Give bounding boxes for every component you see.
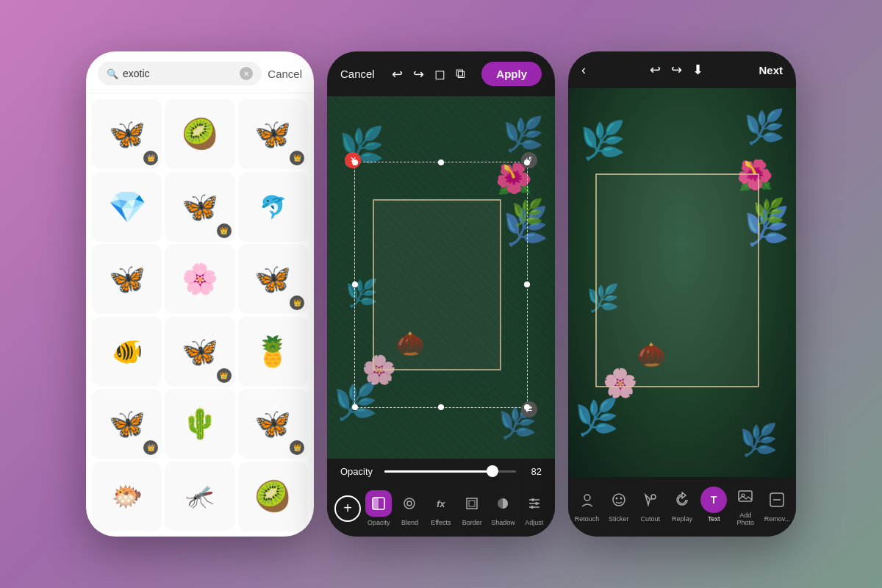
edit-header: Cancel ↩ ↪ ◻ ⧉ Apply [327,51,555,96]
svg-point-11 [535,502,538,505]
premium-badge-5: 👑 [217,368,232,383]
svg-point-14 [613,494,625,506]
sticker-cell-colorful-butterfly[interactable]: 🦋 👑 [165,172,234,242]
edit-cancel-button[interactable]: Cancel [340,68,375,80]
premium-badge-3: 👑 [217,223,232,238]
cancel-button[interactable]: Cancel [268,68,302,80]
final-tool-replay[interactable]: Replay [667,487,696,523]
selection-flip-handle[interactable]: ⇄ [521,401,537,417]
undo-icon[interactable]: ↩ [392,66,403,82]
tool-adjust[interactable]: Adjust [521,490,548,526]
tool-opacity[interactable]: Opacity [365,490,392,526]
redo-icon[interactable]: ↪ [413,66,424,82]
sticker-cell-dolphin[interactable]: 🐬 [238,172,308,242]
sticker-pineapple-img: 🍍 [247,325,300,378]
sticker-cell-flowers[interactable]: 🌸 [165,244,234,314]
sticker-cell-cactus[interactable]: 🌵 [165,389,234,459]
erase-icon[interactable]: ◻ [434,66,445,82]
sticker-cell-black-butterfly[interactable]: 🦋 👑 [165,317,234,387]
svg-point-3 [407,501,412,506]
final-tool-sticker[interactable]: Sticker [604,487,633,523]
sticker-cactus-img: 🌵 [173,398,226,450]
final-tool-cutout[interactable]: Cutout [636,487,664,523]
tool-shadow[interactable]: Shadow [490,490,516,526]
sticker-tool-icon [606,487,632,513]
svg-rect-20 [739,491,752,501]
adjust-tool-label: Adjust [525,519,543,526]
cutout-icon [637,487,664,513]
selection-box[interactable]: ✕ ↺ ⇄ [354,162,528,408]
svg-rect-5 [469,501,475,506]
final-undo-icon[interactable]: ↩ [650,62,661,78]
text-svg: T [706,492,722,508]
search-clear-button[interactable]: ✕ [240,67,253,80]
sticker-cell-kiwi2[interactable]: 🥝 [238,462,308,531]
blend-tool-icon [396,490,423,517]
final-tool-text[interactable]: T Text [700,487,728,523]
sticker-kiwi2-img: 🥝 [247,470,300,523]
sticker-cell-fish[interactable]: 🐠 [92,317,162,387]
blend-tool-label: Blend [401,519,418,526]
add-button[interactable]: + [334,495,361,522]
opacity-slider[interactable] [384,470,516,473]
sticker-cell-pineapple[interactable]: 🍍 [238,317,308,387]
remove-tool-label: Remov... [764,515,790,523]
svg-point-12 [531,506,534,509]
opacity-tool-icon [365,490,392,517]
blend-icon-svg [402,496,417,511]
handle-ml[interactable] [352,282,358,287]
sticker-small-butterfly-img: 🦋 [101,253,153,305]
opacity-bar: Opacity 82 [327,459,555,484]
final-redo-icon[interactable]: ↪ [671,62,682,78]
sticker-cell-moth[interactable]: 🦟 [165,462,234,531]
border-tool-icon [459,490,485,517]
svg-point-2 [404,498,415,509]
effects-tool-label: Effects [431,519,451,526]
effects-tool-icon: fx [428,490,454,517]
next-button[interactable]: Next [759,64,783,76]
fern-deco-1: 🌿 [503,115,544,154]
sticker-search-panel: 🔍 exotic ✕ Cancel 🦋 👑 🥝 🦋 👑 💎 🦋 👑 🐬 [86,51,314,537]
back-button[interactable]: ‹ [581,62,586,78]
sticker-cell-tropical-fish[interactable]: 🐡 [92,462,162,531]
handle-bc[interactable] [438,404,444,410]
sticker-gem-img: 💎 [101,180,153,232]
retouch-svg [579,492,595,508]
handle-tc[interactable] [438,159,444,165]
tool-border[interactable]: Border [459,490,485,526]
final-leaf-1: 🌿 [580,119,625,162]
sticker-cell-dark-butterfly[interactable]: 🦋 👑 [238,244,308,314]
final-background: 🌿 🌿 🌿 🌿 🌿 🌺 🌿 🌰 🌸 🌿 [568,88,796,477]
remove-svg [769,492,785,508]
retouch-label: Retouch [575,515,600,523]
sticker-cell-butterfly-blue[interactable]: 🦋 👑 [92,99,162,169]
sticker-moth-img: 🦟 [173,470,226,522]
svg-line-18 [650,498,652,500]
opacity-thumb[interactable] [487,465,498,477]
text-tool-label: Text [708,515,720,523]
sticker-cell-tiger-butterfly[interactable]: 🦋 👑 [238,389,308,459]
sticker-cell-orange-butterfly[interactable]: 🦋 👑 [92,389,162,459]
final-header: ‹ ↩ ↪ ⬇ Next [568,51,796,88]
sticker-cell-small-butterfly[interactable]: 🦋 [92,244,162,314]
opacity-label: Opacity [340,466,377,477]
svg-point-10 [531,498,534,501]
tool-effects[interactable]: fx Effects [428,490,454,526]
handle-tr[interactable] [524,159,530,165]
layers-icon[interactable]: ⧉ [456,66,465,82]
final-tool-addphoto[interactable]: Add Photo [731,483,760,526]
tool-blend[interactable]: Blend [396,490,423,526]
handle-br[interactable] [524,404,530,410]
sticker-cell-gem[interactable]: 💎 [92,172,162,242]
sticker-cell-kiwi[interactable]: 🥝 [165,99,234,169]
final-tool-retouch[interactable]: Retouch [573,487,601,523]
sticker-cell-butterfly-white[interactable]: 🦋 👑 [238,99,308,169]
shadow-tool-icon [490,490,516,517]
final-tool-remove[interactable]: Remov... [763,487,792,523]
addphoto-tool-label: Add Photo [731,512,760,526]
search-input-wrap[interactable]: 🔍 exotic ✕ [98,62,262,85]
final-download-icon[interactable]: ⬇ [692,62,703,78]
handle-tl[interactable] [352,159,358,165]
edit-panel: Cancel ↩ ↪ ◻ ⧉ Apply 🌿 🌿 🌿 🌿 🌿 🌺 🌿 🌰 🌸 🌿 [327,51,555,537]
apply-button[interactable]: Apply [481,62,542,86]
